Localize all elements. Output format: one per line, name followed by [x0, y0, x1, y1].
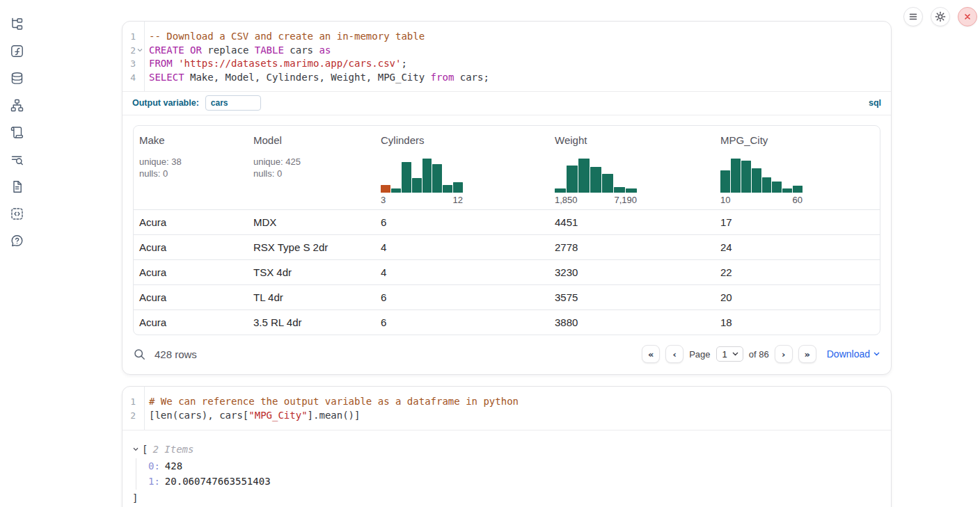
table-cell: 4 — [375, 260, 549, 284]
output-variable-bar: Output variable: sql — [122, 92, 891, 115]
column-name: Model — [253, 134, 370, 146]
histogram-bar — [402, 162, 411, 193]
column-header-model[interactable]: Modelunique: 425nulls: 0 — [248, 126, 375, 209]
data-table: Makeunique: 38nulls: 0Modelunique: 425nu… — [133, 125, 880, 335]
histogram-bar — [602, 174, 613, 193]
table-cell: 3880 — [549, 310, 715, 335]
sidebar-item-file-tree[interactable] — [9, 16, 24, 31]
table-cell: 24 — [715, 235, 880, 259]
page-total-label: of 86 — [749, 349, 769, 360]
item-value: 20.060747663551403 — [165, 476, 271, 487]
histogram-bar — [381, 185, 390, 193]
download-button[interactable]: Download — [827, 348, 880, 360]
download-label: Download — [827, 348, 870, 360]
sidebar-item-functions[interactable] — [9, 43, 24, 58]
code-line[interactable]: 2[len(cars), cars["MPG_City"].mean()] — [122, 409, 891, 423]
page-select[interactable]: 1 — [716, 346, 743, 362]
code-text: CREATE OR replace TABLE cars as — [143, 44, 331, 58]
menu-button[interactable] — [903, 7, 923, 26]
sql-code-editor[interactable]: 1-- Download a CSV and create an in-memo… — [122, 22, 891, 92]
row-count: 428 rows — [155, 348, 197, 360]
close-button[interactable] — [958, 7, 977, 26]
table-row[interactable]: AcuraRSX Type S 2dr4277824 — [134, 234, 880, 259]
table-cell: MDX — [248, 210, 375, 234]
histogram-bar — [422, 159, 432, 193]
column-histogram[interactable]: 312 — [381, 156, 463, 205]
histogram-bar — [782, 188, 792, 193]
page-select-value: 1 — [722, 349, 727, 360]
histogram-bar — [567, 166, 578, 193]
column-histogram[interactable]: 1060 — [720, 156, 803, 205]
histogram-bar — [614, 187, 625, 193]
column-header-weight[interactable]: Weight1,8507,190 — [549, 126, 715, 209]
language-badge[interactable]: sql — [869, 98, 881, 108]
fold-spacer — [137, 71, 143, 85]
open-bracket: [ — [142, 442, 148, 457]
table-cell: 2778 — [549, 235, 715, 259]
items-count-label: 2 Items — [152, 442, 193, 457]
sidebar-item-logs[interactable] — [9, 124, 24, 140]
line-number: 4 — [122, 71, 136, 85]
code-line[interactable]: 3FROM 'https://datasets.marimo.app/cars.… — [122, 57, 891, 71]
fold-spacer — [137, 409, 143, 423]
sidebar-item-search-list[interactable] — [9, 152, 24, 167]
python-code-editor[interactable]: 1# We can reference the output variable … — [122, 387, 891, 430]
histogram-bar — [762, 177, 772, 193]
code-line[interactable]: 2CREATE OR replace TABLE cars as — [122, 44, 891, 58]
stat-line: unique: 38 — [139, 156, 242, 168]
line-number: 2 — [122, 44, 136, 58]
code-line[interactable]: 1# We can reference the output variable … — [122, 395, 891, 409]
next-page-button[interactable]: › — [775, 345, 793, 363]
functions-icon — [10, 45, 24, 58]
python-cell: 1# We can reference the output variable … — [122, 386, 892, 507]
table-cell: 17 — [715, 210, 880, 234]
snippets-icon — [10, 207, 24, 220]
prev-page-button[interactable]: ‹ — [665, 345, 683, 363]
stat-line: nulls: 0 — [253, 168, 370, 179]
sidebar-item-datasources[interactable] — [9, 70, 24, 86]
table-cell: Acura — [134, 285, 248, 309]
table-row[interactable]: AcuraTL 4dr6357520 — [134, 284, 880, 309]
column-header-cylinders[interactable]: Cylinders312 — [375, 126, 549, 209]
table-row[interactable]: AcuraTSX 4dr4323022 — [134, 259, 880, 284]
table-footer: 428 rows « ‹ Page 1 of 86 › » Download — [122, 335, 891, 374]
code-line[interactable]: 4SELECT Make, Model, Cylinders, Weight, … — [122, 71, 891, 85]
table-cell: 4 — [375, 235, 549, 259]
table-cell: 20 — [715, 285, 880, 309]
item-index: 0: — [148, 460, 160, 472]
fold-spacer — [137, 30, 143, 44]
table-row[interactable]: Acura3.5 RL 4dr6388018 — [134, 309, 880, 335]
code-line[interactable]: 1-- Download a CSV and create an in-memo… — [122, 30, 891, 44]
sidebar-item-dependency-graph[interactable] — [9, 97, 24, 113]
table-row[interactable]: AcuraMDX6445117 — [134, 209, 880, 234]
column-histogram[interactable]: 1,8507,190 — [555, 156, 637, 205]
histogram-range: 312 — [381, 195, 463, 205]
list-output-tree: [ 2 Items 0:4281:20.060747663551403 ] — [132, 442, 881, 506]
line-number: 1 — [122, 30, 136, 44]
column-header-mpg_city[interactable]: MPG_City1060 — [715, 126, 880, 209]
table-cell: TSX 4dr — [248, 260, 375, 284]
histogram-bar — [391, 188, 401, 193]
collapse-toggle-icon[interactable] — [132, 446, 139, 453]
column-header-make[interactable]: Makeunique: 38nulls: 0 — [134, 126, 248, 209]
fold-spacer — [137, 395, 143, 409]
search-button[interactable] — [134, 348, 145, 360]
output-variable-input[interactable] — [205, 95, 261, 111]
column-name: Make — [139, 134, 242, 146]
histogram-bar — [793, 186, 803, 193]
histogram-bars — [720, 156, 803, 193]
sidebar-item-documentation[interactable] — [9, 179, 24, 194]
hist-min-label: 10 — [720, 195, 730, 205]
python-cell-output: [ 2 Items 0:4281:20.060747663551403 ] — [122, 430, 891, 507]
table-cell: Acura — [134, 260, 248, 284]
column-stats: unique: 38nulls: 0 — [139, 156, 242, 179]
hist-min-label: 1,850 — [555, 195, 578, 205]
sidebar-item-snippets[interactable] — [9, 206, 24, 221]
settings-button[interactable] — [931, 7, 950, 26]
last-page-button[interactable]: » — [798, 345, 816, 363]
histogram-bar — [432, 164, 442, 193]
logs-icon — [10, 126, 24, 139]
first-page-button[interactable]: « — [642, 345, 660, 363]
fold-toggle-icon[interactable] — [137, 44, 143, 58]
sidebar-item-help[interactable] — [9, 233, 24, 248]
